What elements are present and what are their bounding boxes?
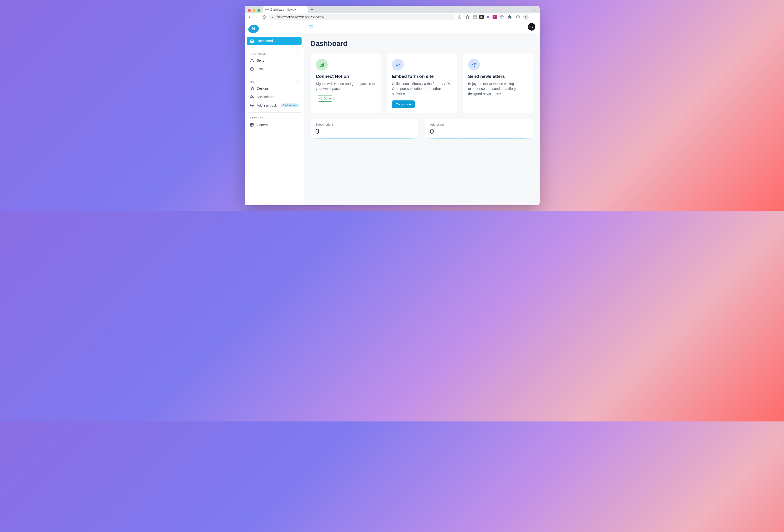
section-title: SETTINGS	[250, 117, 264, 120]
stat-value: 0	[430, 127, 528, 135]
reload-button[interactable]	[261, 14, 267, 20]
card-body: Sign in with Notion and grant access to …	[316, 81, 376, 92]
extension-icon[interactable]: ◆	[473, 15, 477, 19]
browser-tab[interactable]: Dashboard - Newsly ✕	[263, 6, 308, 13]
chevron-up-icon	[296, 80, 299, 83]
address-count-badge: 0 addresses	[281, 104, 299, 107]
side-panel-button[interactable]	[515, 14, 521, 20]
stats-row: Subscriptions 0 Addresses 0	[311, 119, 533, 139]
profile-button[interactable]	[523, 14, 529, 20]
sidebar-section-mail[interactable]: MAIL	[247, 79, 302, 84]
stat-subscriptions[interactable]: Subscriptions 0	[311, 119, 418, 139]
sidebar-item-address-book[interactable]: Address book 0 addresses	[247, 101, 302, 110]
sidebar-item-label: Address book	[257, 104, 277, 107]
browser-window: Dashboard - Newsly ✕ + https://notion-ne…	[245, 6, 540, 205]
main-area: RB Dashboard Connect Notion Sign in with…	[304, 21, 540, 205]
svg-line-23	[397, 63, 398, 66]
svg-point-3	[502, 17, 502, 18]
svg-point-22	[319, 97, 322, 100]
tabs-overflow-button[interactable]	[533, 9, 538, 13]
sidebar-item-subscribers[interactable]: Subscribers	[247, 93, 302, 101]
svg-marker-2	[466, 15, 469, 19]
url-text: https://notion-newsletter.test/admin	[277, 15, 324, 19]
app-logo[interactable]: N	[248, 25, 259, 33]
svg-point-17	[251, 124, 252, 125]
card-body: Collect subscribers via the form or API.…	[392, 81, 452, 97]
stat-label: Addresses	[430, 123, 528, 126]
sidebar-item-label: Designs	[257, 87, 269, 90]
share-button[interactable]	[457, 14, 463, 20]
home-icon	[250, 39, 254, 43]
svg-point-13	[251, 88, 252, 90]
address-bar[interactable]: https://notion-newsletter.test/admin	[269, 13, 455, 20]
sidebar-item-lists[interactable]: Lists	[247, 65, 302, 73]
top-bar: RB	[304, 21, 540, 33]
extension-settings-icon[interactable]	[499, 14, 505, 20]
svg-rect-4	[516, 16, 520, 18]
forward-button[interactable]	[254, 14, 260, 20]
lists-icon	[250, 67, 254, 71]
user-avatar[interactable]: RB	[528, 23, 535, 31]
extension-icon[interactable]: D	[486, 15, 490, 19]
onboarding-cards: Connect Notion Sign in with Notion and g…	[311, 54, 533, 113]
sidebar-item-general[interactable]: General	[247, 121, 302, 129]
sidebar: N Dashboard CAMPAIGNS Send	[245, 21, 304, 205]
sidebar-section-settings[interactable]: SETTINGS	[247, 115, 302, 121]
bookmark-button[interactable]	[465, 14, 471, 20]
browser-menu-button[interactable]	[531, 14, 537, 20]
svg-point-16	[251, 105, 252, 106]
stat-value: 0	[315, 127, 414, 135]
svg-point-7	[533, 16, 534, 16]
divider	[247, 76, 302, 76]
svg-point-6	[525, 16, 526, 17]
sidebar-item-send[interactable]: Send	[247, 56, 302, 65]
card-send-newsletters: Send newsletters Enjoy the stellar Notio…	[463, 54, 533, 113]
at-icon	[250, 103, 254, 108]
extension-icon[interactable]: ▣	[479, 15, 484, 19]
window-controls	[247, 9, 261, 13]
svg-point-14	[251, 95, 252, 97]
close-tab-button[interactable]: ✕	[303, 8, 305, 11]
sidebar-section-campaigns[interactable]: CAMPAIGNS	[247, 51, 302, 56]
back-button[interactable]	[247, 14, 252, 20]
extensions-button[interactable]	[507, 14, 513, 20]
divider	[247, 48, 302, 48]
maximize-window-button[interactable]	[257, 9, 260, 12]
gear-icon	[250, 123, 254, 127]
code-icon	[392, 59, 404, 71]
card-embed-form: Embed form on site Collect subscribers v…	[387, 54, 457, 113]
close-window-button[interactable]	[248, 9, 251, 12]
sidebar-item-label: Lists	[257, 67, 264, 71]
copy-code-button[interactable]: Copy code	[392, 101, 415, 108]
svg-point-15	[252, 96, 253, 97]
check-circle-icon	[319, 97, 322, 100]
paper-plane-icon	[468, 59, 480, 71]
browser-actions: ◆ ▣ D N	[457, 14, 538, 20]
app-root: N Dashboard CAMPAIGNS Send	[245, 21, 540, 205]
sidebar-item-dashboard[interactable]: Dashboard	[247, 37, 302, 45]
svg-rect-12	[251, 68, 253, 70]
new-tab-button[interactable]: +	[309, 7, 315, 13]
browser-chrome: Dashboard - Newsly ✕ + https://notion-ne…	[245, 6, 540, 21]
notion-icon	[316, 59, 328, 71]
stat-addresses[interactable]: Addresses 0	[425, 119, 533, 139]
section-title: CAMPAIGNS	[250, 52, 266, 55]
sidebar-item-label: Dashboard	[257, 39, 273, 43]
subscribers-icon	[250, 95, 254, 99]
card-connect-notion: Connect Notion Sign in with Notion and g…	[311, 54, 381, 113]
extension-icon[interactable]: N	[493, 15, 497, 19]
chevron-up-icon	[296, 117, 299, 120]
card-title: Connect Notion	[316, 74, 376, 79]
toggle-sidebar-button[interactable]	[308, 24, 313, 29]
svg-point-8	[533, 17, 534, 18]
card-body: Enjoy the stellar Notion writing experie…	[468, 81, 528, 97]
sidebar-item-designs[interactable]: Designs	[247, 84, 302, 93]
sidebar-item-label: Send	[257, 59, 264, 62]
minimize-window-button[interactable]	[253, 9, 255, 12]
card-title: Send newsletters	[468, 74, 528, 79]
sidebar-item-label: General	[257, 123, 269, 127]
tab-bar: Dashboard - Newsly ✕ +	[245, 6, 540, 13]
status-done-pill: Done	[316, 95, 334, 102]
svg-rect-0	[272, 17, 274, 18]
designs-icon	[250, 86, 254, 90]
